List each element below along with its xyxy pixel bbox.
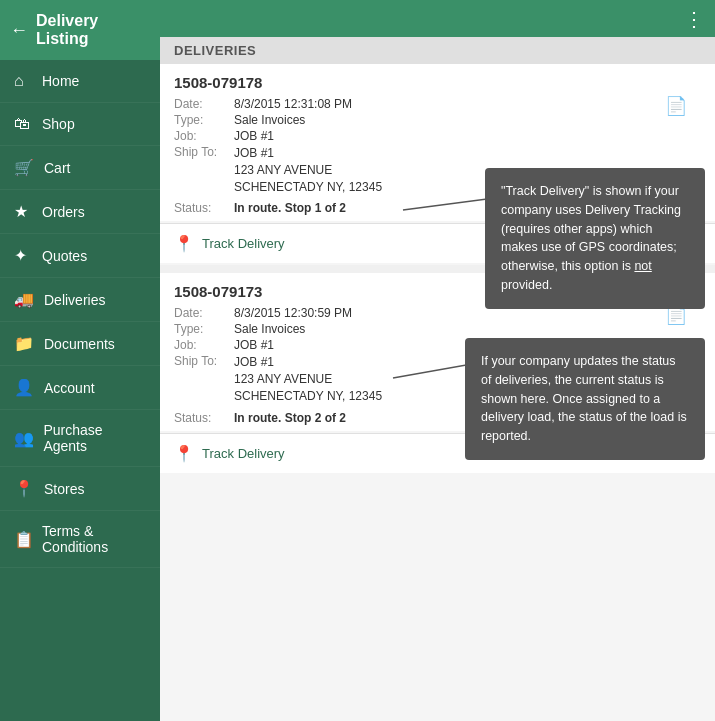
date-value-1: 8/3/2015 12:31:08 PM [234, 97, 701, 111]
sidebar-item-quotes[interactable]: ✦ Quotes [0, 234, 160, 278]
account-icon: 👤 [14, 378, 34, 397]
tooltip1-text: "Track Delivery" is shown if your compan… [501, 184, 681, 292]
sidebar-label-stores: Stores [44, 481, 84, 497]
shipto-label-2: Ship To: [174, 354, 234, 368]
sidebar-label-purchase-agents: Purchase Agents [43, 422, 146, 454]
track-label-2: Track Delivery [202, 446, 285, 461]
deliveries-section-label: Deliveries [160, 37, 715, 64]
status-value-1: In route. Stop 1 of 2 [234, 201, 346, 215]
delivery-id-1: 1508-079178 [174, 74, 701, 91]
sidebar-label-account: Account [44, 380, 95, 396]
sidebar-header: ← Delivery Listing [0, 0, 160, 60]
tooltip-status: If your company updates the status of de… [465, 338, 705, 460]
cart-icon: 🛒 [14, 158, 34, 177]
stores-icon: 📍 [14, 479, 34, 498]
type-label-1: Type: [174, 113, 234, 127]
status-value-2: In route. Stop 2 of 2 [234, 411, 346, 425]
status-label-2: Status: [174, 411, 234, 425]
date-label-2: Date: [174, 306, 234, 320]
terms-icon: 📋 [14, 530, 32, 549]
sidebar-label-quotes: Quotes [42, 248, 87, 264]
sidebar-item-home[interactable]: ⌂ Home [0, 60, 160, 103]
sidebar-item-stores[interactable]: 📍 Stores [0, 467, 160, 511]
delivery-job-row-1: Job: JOB #1 [174, 129, 701, 143]
job-value-1: JOB #1 [234, 129, 701, 143]
date-label-1: Date: [174, 97, 234, 111]
delivery-date-row-1: Date: 8/3/2015 12:31:08 PM 📄 [174, 97, 701, 111]
documents-icon: 📁 [14, 334, 34, 353]
quotes-icon: ✦ [14, 246, 32, 265]
status-label-1: Status: [174, 201, 234, 215]
sidebar-title: Delivery Listing [36, 12, 150, 48]
track-icon-1: 📍 [174, 234, 194, 253]
sidebar-item-purchase-agents[interactable]: 👥 Purchase Agents [0, 410, 160, 467]
type-value-1: Sale Invoices [234, 113, 701, 127]
sidebar-label-orders: Orders [42, 204, 85, 220]
sidebar-label-shop: Shop [42, 116, 75, 132]
delivery-type-row-1: Type: Sale Invoices [174, 113, 701, 127]
tooltip2-text: If your company updates the status of de… [481, 354, 687, 443]
sidebar-label-cart: Cart [44, 160, 70, 176]
track-label-1: Track Delivery [202, 236, 285, 251]
sidebar: ← Delivery Listing ⌂ Home 🛍 Shop 🛒 Cart … [0, 0, 160, 721]
type-label-2: Type: [174, 322, 234, 336]
sidebar-label-home: Home [42, 73, 79, 89]
sidebar-nav: ⌂ Home 🛍 Shop 🛒 Cart ★ Orders ✦ Quotes 🚚… [0, 60, 160, 568]
more-options-button[interactable]: ⋮ [684, 7, 705, 31]
main-header: ⋮ [160, 0, 715, 37]
sidebar-item-documents[interactable]: 📁 Documents [0, 322, 160, 366]
sidebar-item-account[interactable]: 👤 Account [0, 366, 160, 410]
shipto-label-1: Ship To: [174, 145, 234, 159]
sidebar-label-deliveries: Deliveries [44, 292, 105, 308]
purchase-agents-icon: 👥 [14, 429, 33, 448]
main-content: ⋮ Deliveries 1508-079178 Date: 8/3/2015 … [160, 0, 715, 721]
home-icon: ⌂ [14, 72, 32, 90]
track-icon-2: 📍 [174, 444, 194, 463]
sidebar-item-orders[interactable]: ★ Orders [0, 190, 160, 234]
sidebar-label-documents: Documents [44, 336, 115, 352]
job-label-1: Job: [174, 129, 234, 143]
sidebar-label-terms: Terms & Conditions [42, 523, 146, 555]
sidebar-item-deliveries[interactable]: 🚚 Deliveries [0, 278, 160, 322]
deliveries-icon: 🚚 [14, 290, 34, 309]
sidebar-item-shop[interactable]: 🛍 Shop [0, 103, 160, 146]
orders-icon: ★ [14, 202, 32, 221]
delivery-type-row-2: Type: Sale Invoices [174, 322, 701, 336]
doc-icon-1[interactable]: 📄 [665, 95, 687, 117]
sidebar-item-cart[interactable]: 🛒 Cart [0, 146, 160, 190]
shop-icon: 🛍 [14, 115, 32, 133]
tooltip-track-delivery: "Track Delivery" is shown if your compan… [485, 168, 705, 309]
job-label-2: Job: [174, 338, 234, 352]
type-value-2: Sale Invoices [234, 322, 701, 336]
back-button[interactable]: ← [10, 20, 28, 41]
sidebar-item-terms[interactable]: 📋 Terms & Conditions [0, 511, 160, 568]
